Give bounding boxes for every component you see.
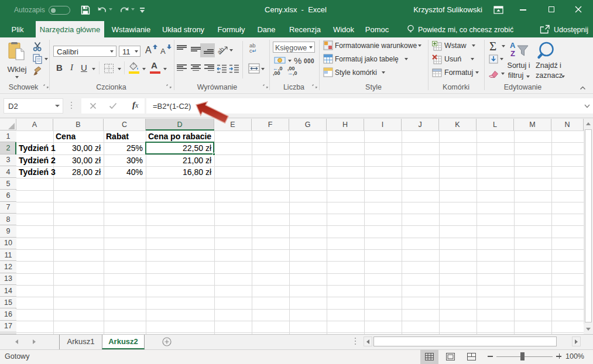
svg-text:ab: ab	[218, 46, 225, 56]
